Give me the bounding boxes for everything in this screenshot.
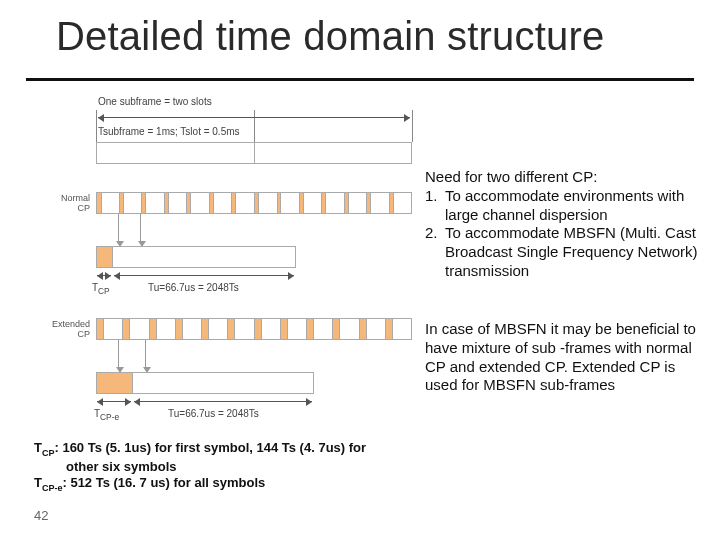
page-number: 42 [34,508,48,523]
zoom-line-ext-b [145,340,146,368]
cp-need-block: Need for two different CP: 1. To accommo… [425,168,710,281]
tcp-dim-arrow [97,272,111,280]
slide: Detailed time domain structure One subfr… [0,0,720,540]
zoom-line-ext-a [118,340,119,368]
timing-label: Tsubframe = 1ms; Tslot = 0.5ms [98,126,240,137]
extended-cp-bar [96,318,412,340]
tu-norm-label: Tu=66.7us = 2048Ts [148,282,239,293]
mbsfn-note-block: In case of MBSFN it may be beneficial to… [425,320,710,395]
cp-footnote: TCP: 160 Ts (5. 1us) for first symbol, 1… [34,440,404,494]
dim-tick-left [96,110,97,142]
subframe-label: One subframe = two slots [98,96,212,107]
mbsfn-note-body: In case of MBSFN it may be beneficial to… [425,320,710,395]
subframe-dimension-arrow [98,114,410,122]
dim-tick-right [412,110,413,142]
normal-cp-zoom [96,246,296,268]
zoom-line-norm-a [118,214,119,242]
tu-ext-label: Tu=66.7us = 2048Ts [168,408,259,419]
cp-need-heading: Need for two different CP: [425,168,710,187]
extended-cp-zoom [96,372,314,394]
title-underline [26,78,694,81]
subframe-outline [96,142,412,164]
timing-diagram: One subframe = two slots Tsubframe = 1ms… [30,96,415,432]
cp-need-item-2: 2. To accommodate MBSFN (Multi. Cast Bro… [425,224,710,280]
slide-title: Detailed time domain structure [56,14,604,59]
normal-cp-label: Normal CP [34,194,90,214]
cp-need-item-1: 1. To accommodate environments with larg… [425,187,710,225]
tcpe-dim-arrow [97,398,131,406]
tcpe-label: TCP-e [94,408,119,422]
extended-cp-label: Extended CP [34,320,90,340]
zoom-line-norm-b [140,214,141,242]
tcp-label: TCP [92,282,110,296]
tu-ext-dim-arrow [134,398,312,406]
normal-cp-bar [96,192,412,214]
tu-norm-dim-arrow [114,272,294,280]
